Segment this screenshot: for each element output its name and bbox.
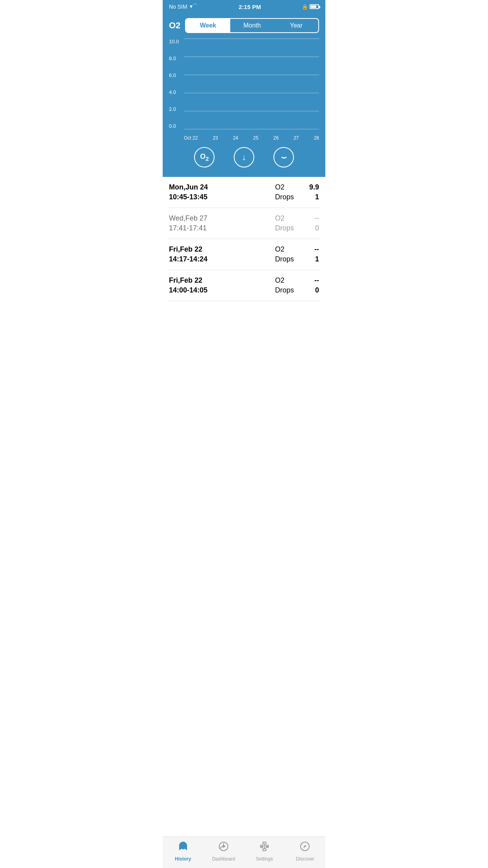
grid-line-2: [184, 75, 319, 75]
status-bar: No SIM ▾⌒ 2:15 PM 🔒: [163, 0, 325, 13]
history-item-2[interactable]: Wed,Feb 27 17:41-17:41 O2 -- Drops 0: [169, 208, 319, 239]
history-item-4[interactable]: Fri,Feb 22 14:00-14:05 O2 -- Drops 0: [169, 270, 319, 301]
item-3-metrics: O2 -- Drops 1: [275, 245, 319, 263]
item-3-right: O2 -- Drops 1: [275, 245, 319, 263]
wave-symbol-icon: ⌣: [281, 152, 286, 162]
lock-icon: 🔒: [302, 4, 308, 10]
y-axis-labels: 10.0 8.0 6.0 4.0 2.0 0.0: [169, 39, 184, 129]
item-4-o2-value: --: [303, 276, 319, 285]
tab-month[interactable]: Month: [230, 19, 274, 32]
chart-header: O2 Week Month Year: [169, 18, 319, 33]
grid-line-4: [184, 111, 319, 111]
carrier-label: No SIM: [169, 4, 187, 10]
item-4-date: Fri,Feb 22: [169, 276, 207, 285]
item-2-drops-row: Drops 0: [275, 224, 319, 232]
x-label-26: 26: [273, 135, 279, 141]
chart-graph: 10.0 8.0 6.0 4.0 2.0 0.0 Oct 22 23 24: [169, 39, 319, 141]
y-label-4: 4.0: [169, 89, 184, 95]
drop-icon-button[interactable]: ↓: [234, 147, 254, 167]
grid-line-3: [184, 93, 319, 93]
item-3-o2-row: O2 --: [275, 245, 319, 254]
item-2-o2-label: O2: [275, 214, 284, 223]
grid-lines: [184, 39, 319, 129]
status-left: No SIM ▾⌒: [169, 3, 198, 10]
item-1-o2-value: 9.9: [303, 183, 319, 191]
item-4-drops-value: 0: [303, 286, 319, 294]
chart-title: O2: [169, 20, 180, 31]
x-label-28: 28: [314, 135, 319, 141]
item-4-o2-row: O2 --: [275, 276, 319, 285]
status-time: 2:15 PM: [238, 4, 261, 10]
y-label-0: 0.0: [169, 123, 184, 129]
item-1-right: O2 9.9 Drops 1: [275, 183, 319, 201]
tab-week[interactable]: Week: [186, 19, 230, 32]
item-3-date: Fri,Feb 22: [169, 245, 207, 254]
chart-area: O2 Week Month Year 10.0 8.0 6.0 4.0 2.0 …: [163, 13, 325, 177]
item-1-drops-value: 1: [303, 193, 319, 201]
history-item-1[interactable]: Mon,Jun 24 10:45-13:45 O2 9.9 Drops 1: [169, 177, 319, 208]
item-4-left: Fri,Feb 22 14:00-14:05: [169, 276, 207, 294]
item-2-right: O2 -- Drops 0: [275, 214, 319, 232]
item-2-drops-value: 0: [303, 224, 319, 232]
item-3-drops-row: Drops 1: [275, 255, 319, 263]
item-2-time: 17:41-17:41: [169, 224, 207, 232]
item-4-right: O2 -- Drops 0: [275, 276, 319, 294]
x-label-oct22: Oct 22: [184, 135, 198, 141]
period-tab-group: Week Month Year: [185, 18, 319, 33]
item-3-drops-value: 1: [303, 255, 319, 263]
item-1-left: Mon,Jun 24 10:45-13:45: [169, 183, 208, 201]
item-1-drops-row: Drops 1: [275, 193, 319, 201]
x-label-23: 23: [213, 135, 218, 141]
tab-year[interactable]: Year: [274, 19, 318, 32]
history-item-3[interactable]: Fri,Feb 22 14:17-14:24 O2 -- Drops 1: [169, 239, 319, 270]
item-1-date: Mon,Jun 24: [169, 183, 208, 191]
item-3-o2-value: --: [303, 245, 319, 254]
item-3-drops-label: Drops: [275, 255, 294, 263]
drop-arrow-icon: ↓: [242, 152, 246, 162]
item-3-o2-label: O2: [275, 245, 284, 254]
status-right: 🔒: [302, 4, 319, 10]
x-axis-labels: Oct 22 23 24 25 26 27 28: [184, 135, 319, 141]
x-label-27: 27: [294, 135, 299, 141]
item-4-metrics: O2 -- Drops 0: [275, 276, 319, 294]
o2-icon-button[interactable]: O2: [194, 147, 215, 167]
item-2-left: Wed,Feb 27 17:41-17:41: [169, 214, 207, 232]
item-2-metrics: O2 -- Drops 0: [275, 214, 319, 232]
item-2-date: Wed,Feb 27: [169, 214, 207, 223]
grid-line-1: [184, 57, 319, 57]
y-label-8: 8.0: [169, 55, 184, 61]
item-4-time: 14:00-14:05: [169, 286, 207, 294]
y-label-6: 6.0: [169, 72, 184, 78]
item-2-drops-label: Drops: [275, 224, 294, 232]
grid-line-top: [184, 39, 319, 39]
chart-icons-row: O2 ↓ ⌣: [169, 144, 319, 171]
item-4-o2-label: O2: [275, 276, 284, 285]
item-1-o2-label: O2: [275, 183, 284, 191]
item-1-o2-row: O2 9.9: [275, 183, 319, 191]
history-list: Mon,Jun 24 10:45-13:45 O2 9.9 Drops 1: [163, 177, 325, 301]
item-3-time: 14:17-14:24: [169, 255, 207, 263]
item-4-drops-row: Drops 0: [275, 286, 319, 294]
wave-icon-button[interactable]: ⌣: [273, 147, 294, 167]
o2-symbol: O2: [200, 153, 209, 162]
y-label-2: 2.0: [169, 106, 184, 112]
item-2-o2-value: --: [303, 214, 319, 223]
item-4-drops-label: Drops: [275, 286, 294, 294]
item-3-left: Fri,Feb 22 14:17-14:24: [169, 245, 207, 263]
item-1-metrics: O2 9.9 Drops 1: [275, 183, 319, 201]
item-2-o2-row: O2 --: [275, 214, 319, 223]
y-label-10: 10.0: [169, 39, 184, 44]
grid-line-bottom: [184, 129, 319, 129]
x-label-25: 25: [253, 135, 258, 141]
wifi-icon: ▾⌒: [190, 3, 198, 10]
item-1-time: 10:45-13:45: [169, 193, 208, 201]
item-1-drops-label: Drops: [275, 193, 294, 201]
x-label-24: 24: [233, 135, 238, 141]
battery-icon: [310, 4, 319, 9]
